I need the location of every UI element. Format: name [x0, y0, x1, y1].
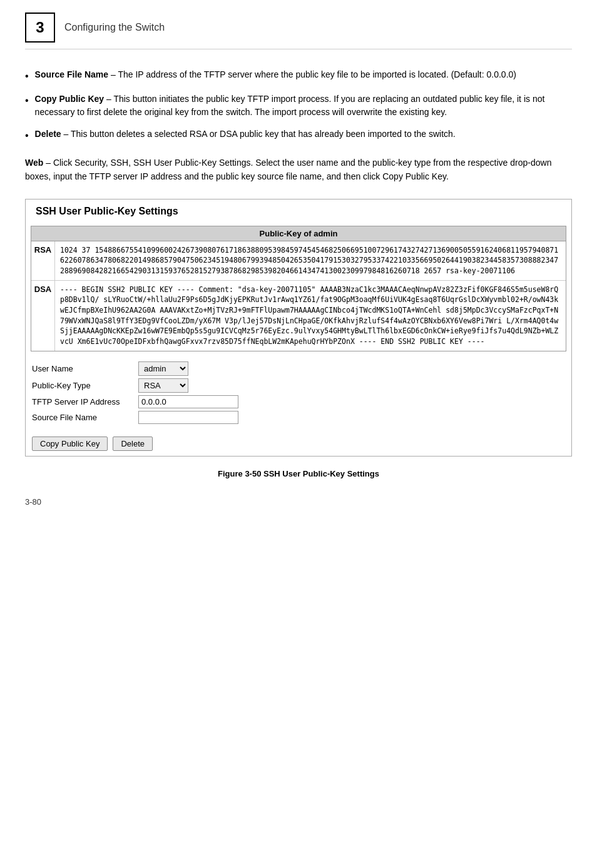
source-file-label: Source File Name	[32, 413, 138, 422]
dsa-content: ---- BEGIN SSH2 PUBLIC KEY ---- Comment:…	[55, 281, 566, 351]
bullet-text: Delete – This button deletes a selected …	[35, 128, 456, 141]
page-content: • Source File Name – The IP address of t…	[25, 68, 572, 507]
bullet-text: Source File Name – The IP address of the…	[35, 68, 516, 81]
figure-caption: Figure 3-50 SSH User Public-Key Settings	[25, 469, 572, 478]
rsa-label: RSA	[31, 241, 55, 280]
form-row-sourcefile: Source File Name	[32, 411, 565, 424]
ssh-panel: SSH User Public-Key Settings Public-Key …	[25, 199, 572, 457]
panel-inner: Public-Key of admin RSA 1024 37 15488667…	[31, 226, 566, 351]
bullet-dot: •	[25, 69, 29, 84]
list-item: • Delete – This button deletes a selecte…	[25, 128, 572, 143]
chapter-title: Configuring the Switch	[64, 22, 165, 33]
public-key-type-label: Public-Key Type	[32, 381, 138, 390]
page-number: 3-80	[25, 497, 572, 507]
delete-button[interactable]: Delete	[113, 437, 153, 451]
dsa-section: DSA ---- BEGIN SSH2 PUBLIC KEY ---- Comm…	[31, 281, 566, 351]
dsa-label: DSA	[31, 281, 55, 351]
tftp-ip-input[interactable]	[138, 395, 238, 408]
user-name-label: User Name	[32, 364, 138, 373]
bullet-term-3: Delete	[35, 129, 61, 139]
web-text: – Click Security, SSH, SSH User Public-K…	[25, 158, 551, 181]
copy-public-key-button[interactable]: Copy Public Key	[32, 437, 108, 451]
bullet-desc-3: – This button deletes a selected RSA or …	[64, 129, 456, 139]
button-row: Copy Public Key Delete	[26, 431, 571, 456]
form-section: User Name admin Public-Key Type RSA DSA …	[26, 356, 571, 431]
form-row-username: User Name admin	[32, 361, 565, 376]
bullet-desc-1: – The IP address of the TFTP server wher…	[111, 69, 516, 79]
page-header: 3 Configuring the Switch	[25, 13, 572, 49]
rsa-section: RSA 1024 37 1548866755410996002426739080…	[31, 241, 566, 281]
pk-header: Public-Key of admin	[31, 226, 566, 241]
list-item: • Source File Name – The IP address of t…	[25, 68, 572, 84]
bullet-dot: •	[25, 128, 29, 143]
bullet-desc-2: – This button initiates the public key T…	[35, 94, 545, 117]
user-name-select[interactable]: admin	[138, 361, 188, 376]
panel-title: SSH User Public-Key Settings	[26, 199, 571, 226]
figure-caption-text: Figure 3-50 SSH User Public-Key Settings	[218, 469, 379, 478]
public-key-type-select[interactable]: RSA DSA	[138, 378, 188, 393]
form-row-tftp: TFTP Server IP Address	[32, 395, 565, 408]
rsa-content: 1024 37 15488667554109960024267390807617…	[55, 241, 566, 280]
list-item: • Copy Public Key – This button initiate…	[25, 93, 572, 119]
web-label: Web	[25, 158, 43, 168]
tftp-ip-label: TFTP Server IP Address	[32, 397, 138, 406]
bullet-term-2: Copy Public Key	[35, 94, 104, 104]
bullet-dot: •	[25, 93, 29, 108]
bullet-text: Copy Public Key – This button initiates …	[35, 93, 572, 119]
source-file-input[interactable]	[138, 411, 238, 424]
web-paragraph: Web – Click Security, SSH, SSH User Publ…	[25, 156, 572, 184]
bullet-list: • Source File Name – The IP address of t…	[25, 68, 572, 143]
form-row-keytype: Public-Key Type RSA DSA	[32, 378, 565, 393]
chapter-icon: 3	[25, 13, 55, 43]
bullet-term-1: Source File Name	[35, 69, 109, 79]
